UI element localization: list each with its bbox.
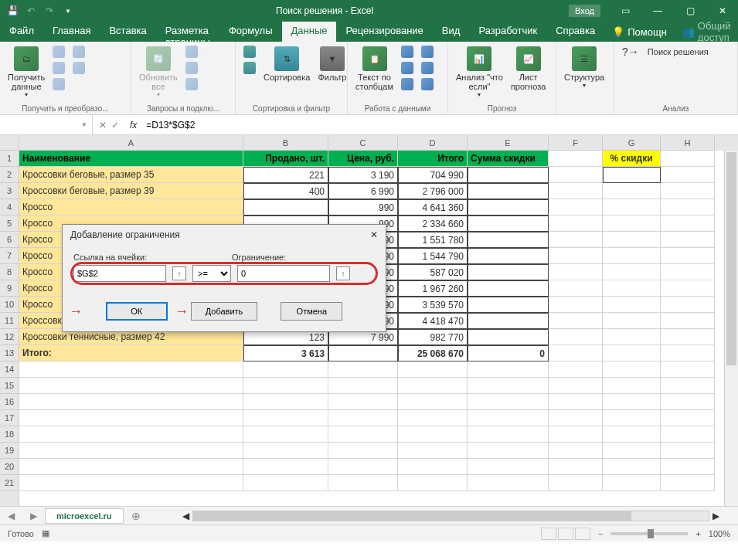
cell[interactable] xyxy=(398,410,468,426)
cell[interactable] xyxy=(398,378,468,394)
sheet-tab[interactable]: microexcel.ru xyxy=(45,508,124,524)
from-text-button[interactable] xyxy=(49,45,68,60)
login-button[interactable]: Вход xyxy=(569,5,600,17)
cell[interactable] xyxy=(468,167,549,183)
tab-formulas[interactable]: Формулы xyxy=(219,22,282,42)
from-web-button[interactable] xyxy=(49,61,68,76)
manage-model-button[interactable] xyxy=(418,77,437,93)
cell[interactable]: 587 020 xyxy=(398,264,468,280)
cell[interactable]: Итого xyxy=(398,151,468,167)
tell-me[interactable]: 💡 Помощн xyxy=(604,22,675,42)
cell[interactable]: 400 xyxy=(243,183,328,199)
row-header[interactable]: 21 xyxy=(0,475,19,491)
row-header[interactable]: 16 xyxy=(0,394,19,410)
cell[interactable] xyxy=(549,410,603,426)
row-header[interactable]: 13 xyxy=(0,345,19,361)
data-val-button[interactable] xyxy=(398,77,417,93)
cell[interactable] xyxy=(468,297,549,313)
cell[interactable] xyxy=(661,361,715,378)
cell[interactable]: 221 xyxy=(243,167,328,183)
queries-button[interactable] xyxy=(182,45,201,60)
cell[interactable] xyxy=(328,394,398,410)
properties-button[interactable] xyxy=(182,61,201,76)
row-header[interactable]: 15 xyxy=(0,378,19,394)
vertical-scrollbar[interactable] xyxy=(724,151,738,506)
cell[interactable] xyxy=(468,394,549,410)
page-layout-view-icon[interactable] xyxy=(558,528,573,540)
cell[interactable] xyxy=(661,329,715,345)
remove-dup-button[interactable] xyxy=(398,61,417,76)
maximize-icon[interactable]: ▢ xyxy=(675,0,706,22)
row-header[interactable]: 20 xyxy=(0,459,19,475)
cell[interactable] xyxy=(661,280,715,297)
cell[interactable]: Продано, шт. xyxy=(243,151,328,167)
cell[interactable] xyxy=(468,475,549,491)
cell[interactable] xyxy=(243,475,328,491)
cell[interactable] xyxy=(661,167,715,183)
row-header[interactable]: 8 xyxy=(0,264,19,280)
tab-insert[interactable]: Вставка xyxy=(100,22,155,42)
cell[interactable] xyxy=(661,459,715,475)
cell[interactable] xyxy=(328,459,398,475)
cell[interactable]: 4 641 360 xyxy=(398,199,468,216)
cell[interactable] xyxy=(661,394,715,410)
add-sheet-icon[interactable]: ⊕ xyxy=(124,510,148,522)
cell[interactable] xyxy=(661,426,715,443)
cell[interactable] xyxy=(549,475,603,491)
cell[interactable]: 3 190 xyxy=(328,167,398,183)
col-header[interactable]: F xyxy=(549,135,603,151)
cell[interactable] xyxy=(328,345,398,361)
cell[interactable] xyxy=(603,216,661,232)
row-header[interactable]: 1 xyxy=(0,151,19,167)
fx-icon[interactable]: fx xyxy=(125,120,141,131)
recent-sources-button[interactable] xyxy=(70,45,88,60)
cell[interactable]: 0 xyxy=(468,345,549,361)
cell[interactable]: 2 796 000 xyxy=(398,183,468,199)
cell[interactable]: Итого: xyxy=(19,345,243,361)
cell[interactable]: 3 539 570 xyxy=(398,297,468,313)
qat-dropdown-icon[interactable]: ▼ xyxy=(62,5,74,17)
cell[interactable] xyxy=(661,183,715,199)
row-header[interactable]: 12 xyxy=(0,329,19,345)
sort-za-button[interactable] xyxy=(240,61,259,76)
tab-file[interactable]: Файл xyxy=(0,22,43,42)
cell[interactable]: 2 334 660 xyxy=(398,216,468,232)
cell[interactable] xyxy=(549,443,603,459)
cell[interactable] xyxy=(549,297,603,313)
col-header[interactable]: A xyxy=(19,135,243,151)
ribbon-options-icon[interactable]: ▭ xyxy=(610,0,641,22)
cell[interactable] xyxy=(328,426,398,443)
cell[interactable] xyxy=(603,361,661,378)
cell[interactable] xyxy=(661,216,715,232)
tab-home[interactable]: Главная xyxy=(43,22,100,42)
cell[interactable]: 6 990 xyxy=(328,183,398,199)
col-header[interactable]: B xyxy=(243,135,328,151)
range-select-icon[interactable]: ↑ xyxy=(172,266,186,280)
cell[interactable] xyxy=(603,394,661,410)
col-header[interactable]: E xyxy=(468,135,549,151)
cell[interactable]: 3 613 xyxy=(243,345,328,361)
cell[interactable] xyxy=(661,232,715,248)
cell[interactable]: Кроссо xyxy=(19,199,243,216)
cell[interactable] xyxy=(661,410,715,426)
cell[interactable] xyxy=(243,199,328,216)
cell[interactable] xyxy=(661,297,715,313)
horizontal-scrollbar[interactable]: ◀▶ xyxy=(179,511,723,521)
cell[interactable]: Наименование xyxy=(19,151,243,167)
cell[interactable] xyxy=(468,410,549,426)
cell[interactable] xyxy=(468,459,549,475)
cell[interactable] xyxy=(243,443,328,459)
sheet-nav-next-icon[interactable]: ▶ xyxy=(22,511,45,521)
flash-fill-button[interactable] xyxy=(398,45,417,60)
cell-ref-input[interactable] xyxy=(73,265,166,282)
tab-page-layout[interactable]: Разметка страницы xyxy=(156,22,219,42)
save-icon[interactable]: 💾 xyxy=(6,5,19,17)
cell[interactable] xyxy=(243,410,328,426)
whatif-button[interactable]: 📊 Анализ "что если"▾ xyxy=(453,45,506,100)
sort-button[interactable]: ⇅ Сортировка xyxy=(260,45,313,83)
constraint-input[interactable] xyxy=(237,265,330,282)
cell[interactable] xyxy=(398,475,468,491)
col-header[interactable]: G xyxy=(603,135,661,151)
cell[interactable] xyxy=(661,345,715,361)
row-header[interactable]: 11 xyxy=(0,313,19,329)
